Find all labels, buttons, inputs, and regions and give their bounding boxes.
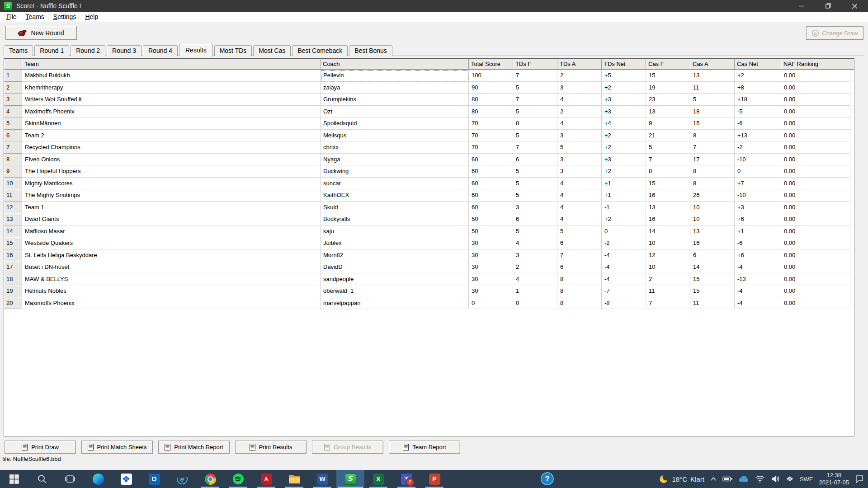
tab-results[interactable]: Results [179, 44, 213, 56]
cell-coach[interactable]: Nyaga [321, 154, 469, 166]
cell-team[interactable]: Dwarf Giants [22, 213, 321, 225]
print-draw-button[interactable]: Print Draw [5, 441, 76, 454]
cell-team[interactable]: Westside Quakers [22, 237, 321, 249]
cell-total[interactable]: 30 [469, 273, 513, 286]
cell-cas-net[interactable]: -2 [735, 141, 781, 154]
cell-coach[interactable]: sandpeople [321, 273, 469, 286]
cell-cas-a[interactable]: 16 [690, 237, 735, 249]
cell-rank[interactable]: 18 [4, 273, 22, 286]
cell-team[interactable]: Makhbul Buldukh [22, 70, 321, 82]
cell-tds-a[interactable]: 2 [557, 106, 602, 118]
cell-team[interactable]: St. Leifs Heliga Beskyddare [22, 249, 321, 262]
cell-cas-f[interactable]: 16 [646, 189, 690, 202]
cell-cas-f[interactable]: 19 [646, 82, 690, 94]
cell-tds-a[interactable]: 4 [557, 189, 602, 202]
internet-explorer-icon[interactable]: e [168, 470, 196, 488]
cell-coach[interactable]: Melisqus [321, 130, 469, 142]
cell-coach[interactable]: Duckwing [321, 165, 469, 178]
new-round-button[interactable]: New Round [5, 26, 77, 40]
cell-coach[interactable]: Morn82 [321, 249, 469, 262]
cell-rank[interactable]: 3 [4, 94, 22, 106]
cell-tds-net[interactable]: +2 [602, 213, 646, 225]
menu-settings[interactable]: Settings [49, 12, 81, 21]
cell-team[interactable]: Mighty Manticores [22, 178, 321, 190]
cell-rank[interactable]: 1 [4, 70, 22, 82]
search-button[interactable] [28, 470, 56, 488]
dropbox-icon[interactable] [112, 470, 140, 488]
cell-cas-a[interactable]: 11 [690, 82, 735, 94]
cell-cas-a[interactable]: 14 [690, 261, 735, 273]
cell-cas-f[interactable]: 10 [646, 237, 690, 249]
cell-cas-f[interactable]: 13 [646, 106, 690, 118]
cell-naf[interactable]: 0.00 [781, 237, 850, 249]
cell-cas-net[interactable]: -10 [735, 154, 781, 166]
cell-tds-net[interactable]: +5 [602, 70, 646, 82]
cell-coach[interactable]: KaithOEX [321, 189, 469, 202]
cell-cas-a[interactable]: 15 [690, 285, 735, 297]
change-draw-button[interactable]: Change Draw [806, 26, 863, 40]
cell-tds-net[interactable]: -7 [602, 285, 646, 297]
language-indicator[interactable]: SWE [800, 476, 813, 483]
score-app-icon[interactable]: S [336, 470, 364, 488]
cell-rank[interactable]: 7 [4, 141, 22, 154]
word-icon[interactable]: W [308, 470, 336, 488]
cell-coach[interactable]: Grumplekins [321, 94, 469, 106]
cell-cas-net[interactable]: -10 [735, 189, 781, 202]
cell-team[interactable]: The Hopeful Hoppers [22, 165, 321, 178]
cell-cas-net[interactable]: -5 [735, 106, 781, 118]
cell-total[interactable]: 60 [469, 154, 513, 166]
cell-total[interactable]: 80 [469, 94, 513, 106]
cell-coach[interactable]: Juiblex [321, 237, 469, 249]
cell-rank[interactable]: 5 [4, 117, 22, 130]
cell-cas-a[interactable]: 8 [690, 165, 735, 178]
cell-total[interactable]: 80 [469, 106, 513, 118]
cell-naf[interactable]: 0.00 [781, 106, 850, 118]
cell-coach[interactable]: Bockyralls [321, 213, 469, 225]
cell-total[interactable]: 30 [469, 261, 513, 273]
cell-tds-f[interactable]: 3 [513, 249, 557, 262]
cell-coach[interactable]: chrixx [321, 141, 469, 154]
group-results-button[interactable]: Group Results [312, 441, 383, 454]
cell-cas-f[interactable]: 2 [646, 273, 690, 286]
cell-tds-a[interactable]: 4 [557, 117, 602, 130]
cell-naf[interactable]: 0.00 [781, 261, 850, 273]
cell-total[interactable]: 0 [469, 297, 513, 310]
cell-tds-a[interactable]: 4 [557, 202, 602, 214]
cell-cas-f[interactable]: 23 [646, 94, 690, 106]
cell-tds-f[interactable]: 1 [513, 285, 557, 297]
cell-naf[interactable]: 0.00 [781, 225, 850, 238]
cell-tds-net[interactable]: +2 [602, 165, 646, 178]
tab-most-cas[interactable]: Most Cas [253, 45, 291, 56]
tab-most-tds[interactable]: Most TDs [214, 45, 252, 56]
cell-tds-net[interactable]: +3 [602, 106, 646, 118]
cell-cas-a[interactable]: 7 [690, 141, 735, 154]
cell-tds-f[interactable]: 5 [513, 189, 557, 202]
cell-cas-net[interactable]: -6 [735, 117, 781, 130]
cell-coach[interactable]: Ozt [321, 106, 469, 118]
cell-total[interactable]: 30 [469, 249, 513, 262]
cell-cas-f[interactable]: 16 [646, 213, 690, 225]
cell-naf[interactable]: 0.00 [781, 189, 850, 202]
battery-icon[interactable] [722, 476, 732, 482]
cell-naf[interactable]: 0.00 [781, 154, 850, 166]
cell-tds-f[interactable]: 7 [513, 94, 557, 106]
outlook-icon[interactable]: O [140, 470, 168, 488]
acrobat-reader-icon[interactable]: A [252, 470, 280, 488]
cell-total[interactable]: 60 [469, 165, 513, 178]
cell-tds-f[interactable]: 6 [513, 154, 557, 166]
cell-rank[interactable]: 11 [4, 189, 22, 202]
cell-cas-net[interactable]: -6 [735, 237, 781, 249]
taskbar-clock[interactable]: 12:38 2021-07-05 [819, 472, 849, 486]
cell-naf[interactable]: 0.00 [781, 202, 850, 214]
cell-cas-net[interactable]: -13 [735, 273, 781, 286]
cell-total[interactable]: 100 [469, 70, 513, 82]
cell-total[interactable]: 30 [469, 285, 513, 297]
cell-tds-f[interactable]: 0 [513, 297, 557, 310]
cell-tds-f[interactable]: 4 [513, 273, 557, 286]
cell-rank[interactable]: 15 [4, 237, 22, 249]
cell-naf[interactable]: 0.00 [781, 117, 850, 130]
cell-naf[interactable]: 0.00 [781, 94, 850, 106]
cell-naf[interactable]: 0.00 [781, 178, 850, 190]
cell-tds-a[interactable]: 8 [557, 297, 602, 310]
cell-tds-a[interactable]: 3 [557, 154, 602, 166]
